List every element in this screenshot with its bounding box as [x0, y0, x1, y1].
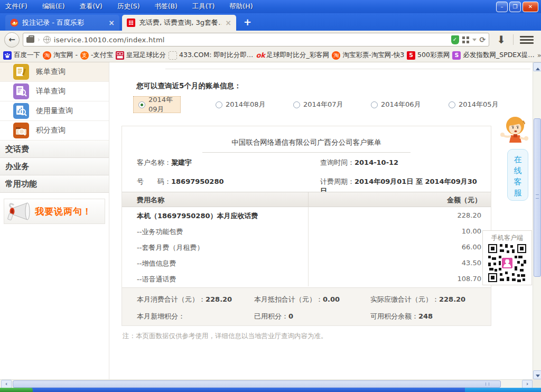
- sidebar-item-usage-query[interactable]: 使用量查询: [0, 101, 109, 121]
- month-radio-2014-06[interactable]: 2014年06月: [366, 96, 444, 113]
- mobile-client-widget[interactable]: 手机客户端: [482, 230, 532, 285]
- new-tab-button[interactable]: +: [236, 16, 259, 31]
- close-window-button[interactable]: ✕: [523, 2, 538, 12]
- menu-help[interactable]: 帮助(H): [229, 2, 253, 11]
- fee-table-header: 费用名称 金额（元）: [122, 192, 491, 207]
- usage-chart-magnifier-icon: [13, 103, 29, 119]
- horizontal-scrollbar[interactable]: ‹ ›: [0, 379, 541, 388]
- tab-unicom-active[interactable]: 充话费, 话费查询, 3g套餐… ×: [122, 15, 236, 31]
- fee-name: --增值信息费: [122, 255, 308, 270]
- vertical-scroll-thumb[interactable]: [534, 118, 541, 277]
- online-service-label: 在线客服: [514, 154, 522, 199]
- month-radio-2014-05[interactable]: 2014年05月: [444, 96, 521, 113]
- horizontal-scroll-thumb[interactable]: [13, 380, 501, 388]
- close-tab-icon[interactable]: ×: [225, 18, 231, 27]
- query-time-label: 查询时间：: [320, 158, 355, 166]
- scroll-right-button[interactable]: ›: [522, 380, 533, 388]
- security-shield-icon[interactable]: [451, 35, 459, 44]
- number-label: 号 码：: [137, 178, 171, 185]
- sidebar-section-pay[interactable]: 交话费: [0, 141, 109, 158]
- reload-icon[interactable]: ⟳: [480, 35, 486, 44]
- qr-code-toolbar-icon[interactable]: [462, 36, 469, 43]
- radio-selected-icon[interactable]: [138, 101, 145, 108]
- sidebar-item-bill-query[interactable]: 账单查询: [0, 62, 109, 82]
- minimize-button[interactable]: –: [496, 2, 508, 12]
- sidebar-section-business[interactable]: 办业务: [0, 158, 109, 175]
- bookmark-label: 500彩票网: [417, 51, 450, 60]
- bookmark-taobao[interactable]: 淘 淘宝网 -: [43, 51, 78, 60]
- tab-lottery[interactable]: 投注记录 - 百度乐彩 ×: [5, 15, 119, 31]
- radio-icon[interactable]: [293, 101, 300, 108]
- bookmark-crown-score[interactable]: 皇冠足球比分: [116, 51, 166, 60]
- restore-button[interactable]: ❐: [509, 2, 521, 12]
- page-title: 您可以查询近5个月的账单信息：: [136, 81, 241, 91]
- bookmark-label: 淘宝彩票-淘宝网-快3: [342, 51, 404, 60]
- scrollbar-corner: [533, 379, 541, 388]
- period-label: 计费周期：: [320, 178, 355, 185]
- system-tray: [465, 388, 541, 392]
- scroll-down-button[interactable]: [533, 370, 541, 379]
- customer-name-label: 客户名称：: [137, 158, 171, 166]
- scroll-left-button[interactable]: ‹: [1, 380, 12, 388]
- menu-file[interactable]: 文件(F): [5, 2, 27, 11]
- sidebar-item-label: 账单查询: [36, 67, 66, 77]
- close-tab-icon[interactable]: ×: [108, 18, 115, 27]
- summary-label: 本月新增积分：: [137, 312, 185, 320]
- sidebar-item-detail-query[interactable]: 详单查询: [0, 82, 109, 101]
- dropdown-arrow-icon[interactable]: [472, 39, 477, 43]
- back-button[interactable]: ←: [4, 32, 20, 48]
- fee-amount: 43.50: [308, 255, 491, 270]
- fee-name: --语音通话费: [122, 270, 308, 286]
- hamburger-menu-button[interactable]: [520, 35, 534, 45]
- download-button[interactable]: ⬇: [492, 33, 510, 46]
- summary-value: 0.00: [323, 295, 340, 303]
- feedback-banner[interactable]: 我要说两句！: [4, 199, 105, 224]
- sidebar-section-common[interactable]: 常用功能: [0, 175, 109, 193]
- bill-card: 中国联合网络通信有限公司广西分公司客户账单 客户名称：粱建宇 查询时间：2014…: [122, 126, 491, 326]
- fee-name: --套餐月费（月租费）: [122, 239, 308, 255]
- online-service-button[interactable]: 在线客服: [507, 149, 528, 201]
- url-text[interactable]: iservice.10010.com/index.html: [54, 36, 448, 44]
- bookmark-label: 皇冠足球比分: [126, 51, 166, 60]
- summary-value: 228.20: [439, 295, 465, 303]
- month-radio-group: 2014年09月 2014年08月 2014年07月 2014年06月 2014…: [133, 96, 521, 113]
- menu-view[interactable]: 查看(V): [80, 2, 102, 11]
- bill-title: 中国联合网络通信有限公司广西分公司客户账单: [202, 138, 411, 153]
- bookmark-433com[interactable]: 433.COM: 即时比分即…: [169, 51, 253, 60]
- start-button[interactable]: [0, 388, 33, 392]
- scroll-up-button[interactable]: [533, 62, 541, 71]
- month-radio-2014-08[interactable]: 2014年08月: [211, 96, 288, 113]
- taobao-icon: 淘: [43, 51, 51, 60]
- bookmark-folder-icon[interactable]: [26, 37, 34, 43]
- table-row: 本机（18697950280）本月应收话费 228.20: [122, 207, 491, 223]
- tab-title: 充话费, 话费查询, 3g套餐…: [139, 18, 221, 27]
- bookmark-spdex[interactable]: S 必发指数网_SPDEX提…: [452, 51, 534, 60]
- bookmark-caike[interactable]: ok 足球即时比分_彩客网: [256, 51, 329, 60]
- bookmark-label: 433.COM: 即时比分即…: [179, 51, 253, 60]
- vertical-scrollbar[interactable]: [533, 62, 541, 379]
- bookmark-alipay[interactable]: 支 -支付宝: [80, 51, 113, 60]
- radio-icon[interactable]: [216, 101, 222, 108]
- address-bar[interactable]: › iservice.10010.com/index.html ⟳: [23, 33, 489, 46]
- menu-bookmarks[interactable]: 书签(B): [155, 2, 178, 11]
- radio-icon[interactable]: [449, 101, 455, 108]
- month-label: 2014年05月: [459, 100, 499, 109]
- menu-tools[interactable]: 工具(T): [192, 2, 214, 11]
- bookmarks-overflow-button[interactable]: »: [537, 51, 541, 59]
- bookmark-500[interactable]: 5 500彩票网: [407, 51, 450, 60]
- bookmark-baidu[interactable]: 百度一下: [3, 51, 40, 60]
- menu-edit[interactable]: 编辑(E): [42, 2, 65, 11]
- fee-amount: 228.20: [308, 207, 491, 223]
- month-radio-2014-09[interactable]: 2014年09月: [133, 96, 181, 113]
- query-time-value: 2014-10-12: [355, 158, 398, 166]
- service-girl-illustration: [499, 115, 532, 152]
- sidebar-item-points-query[interactable]: 积分查询: [0, 121, 109, 141]
- bookmark-taobao-lottery[interactable]: 淘 淘宝彩票-淘宝网-快3: [332, 51, 404, 60]
- fee-table: 费用名称 金额（元） 本机（18697950280）本月应收话费 228.20 …: [122, 192, 491, 286]
- number-value: 18697950280: [171, 178, 224, 185]
- month-radio-2014-07[interactable]: 2014年07月: [288, 96, 366, 113]
- menu-history[interactable]: 历史(S): [117, 2, 140, 11]
- detail-doc-magnifier-icon: [13, 83, 29, 99]
- unicom-favicon-icon: [127, 18, 135, 27]
- radio-icon[interactable]: [371, 101, 378, 108]
